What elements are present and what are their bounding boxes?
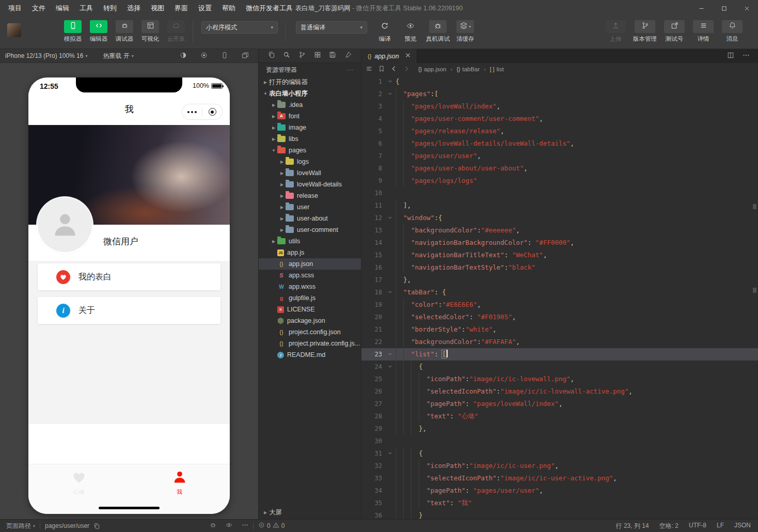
tab-app-json[interactable]: {} app.json <box>361 49 417 63</box>
back-icon[interactable] <box>390 65 398 73</box>
menu-item-0[interactable]: 项目 <box>4 2 26 14</box>
menu-item-9[interactable]: 帮助 <box>218 2 240 14</box>
tree-item-project.private.config.js...[interactable]: {}project.private.config.js... <box>259 338 361 349</box>
tree-item-user-about[interactable]: ▶user-about <box>259 213 361 224</box>
code-line-15[interactable]: 15 "navigationBarTitleText": "WeChat", <box>361 249 758 261</box>
menu-item-4[interactable]: 转到 <box>99 2 121 14</box>
tree-item-LICENSE[interactable]: ≡LICENSE <box>259 304 361 315</box>
code-line-35[interactable]: 35 "text": "我" <box>361 497 758 509</box>
tree-item-project.config.json[interactable]: {}project.config.json <box>259 326 361 338</box>
more-menu-icon[interactable] <box>182 111 202 113</box>
code-line-9[interactable]: 9 "pages/logs/logs" <box>361 175 758 187</box>
upload-button[interactable]: 上传 <box>604 20 627 43</box>
code-line-23[interactable]: 23 "list": [ <box>361 348 758 361</box>
menu-item-7[interactable]: 界面 <box>170 2 192 14</box>
user-avatar-circle[interactable] <box>38 198 92 252</box>
close-tab-icon[interactable] <box>404 52 412 60</box>
save-icon[interactable] <box>329 51 336 60</box>
menu-card-info[interactable]: i 关于 <box>38 297 220 324</box>
git-branch-icon[interactable] <box>298 51 306 60</box>
tree-item-app.js[interactable]: JSapp.js <box>259 247 361 258</box>
tree-item-loveWall-details[interactable]: ▶loveWall-details <box>259 179 361 190</box>
encoding-setting[interactable]: UTF-8 <box>689 522 706 530</box>
refresh-action-button[interactable]: 编译 <box>374 20 395 43</box>
toggle-layout-button[interactable]: 可视化 <box>141 20 160 43</box>
code-line-4[interactable]: 4 "pages/user-comment/user-comment", <box>361 113 758 125</box>
close-minimize-icon[interactable] <box>202 108 222 116</box>
tree-item-app.wxss[interactable]: Wapp.wxss <box>259 281 361 292</box>
bell-button[interactable]: 消息 <box>721 20 744 43</box>
fold-icon[interactable] <box>384 361 396 373</box>
cursor-position[interactable]: 行 23, 列 14 <box>616 522 649 530</box>
code-line-11[interactable]: 11 ], <box>361 199 758 212</box>
forward-icon[interactable] <box>403 65 410 73</box>
code-line-14[interactable]: 14 "navigationBarBackgroundColor": "#FF0… <box>361 237 758 249</box>
compile-mode-select[interactable]: 普通编译▾ <box>296 21 367 34</box>
breadcrumb-item-app.json[interactable]: {} app.json <box>418 66 447 72</box>
code-line-29[interactable]: 29 }, <box>361 423 758 435</box>
code-line-22[interactable]: 22 "backgroundColor":"#FAFAFA", <box>361 336 758 348</box>
tree-item-image[interactable]: ▶image <box>259 122 361 133</box>
extensions-icon[interactable] <box>314 51 321 60</box>
external-button[interactable]: 测试号 <box>663 20 686 43</box>
code-line-27[interactable]: 27 "pagePath": "pages/loveWall/index", <box>361 398 758 410</box>
search-icon[interactable] <box>283 51 290 60</box>
code-line-19[interactable]: 19 "color":"#E6E6E6", <box>361 299 758 311</box>
toggle-code-button[interactable]: 编辑器 <box>89 20 108 43</box>
fold-icon[interactable] <box>384 348 396 361</box>
menu-item-5[interactable]: 选择 <box>123 2 145 14</box>
fold-icon[interactable] <box>384 447 396 460</box>
breadcrumb-item-tabBar[interactable]: {} tabBar <box>456 66 480 72</box>
eol-setting[interactable]: LF <box>717 522 724 530</box>
code-line-5[interactable]: 5 "pages/release/release", <box>361 125 758 137</box>
layers-action-button[interactable]: ▾ 清缓存 <box>455 20 476 43</box>
tree-item-package.json[interactable]: package.json <box>259 315 361 326</box>
rotate-device-icon[interactable] <box>221 52 228 60</box>
network-throttle-icon[interactable] <box>180 52 187 60</box>
tree-item-user-comment[interactable]: ▶user-comment <box>259 224 361 236</box>
tree-item-app.json[interactable]: {}app.json <box>259 258 361 270</box>
list-button[interactable]: 详情 <box>692 20 715 43</box>
fold-icon[interactable] <box>384 88 396 100</box>
code-line-12[interactable]: 12 "window":{ <box>361 212 758 224</box>
tree-item-release[interactable]: ▶release <box>259 190 361 201</box>
code-line-24[interactable]: 24 { <box>361 361 758 373</box>
avatar[interactable] <box>7 23 21 37</box>
branch-button[interactable]: 版本管理 <box>633 20 657 43</box>
code-line-7[interactable]: 7 "pages/user/user", <box>361 150 758 162</box>
maximize-button[interactable] <box>713 0 735 17</box>
bug-action-button[interactable]: 真机调试 <box>426 20 450 43</box>
screen-record-icon[interactable] <box>200 52 208 60</box>
indentation-setting[interactable]: 空格: 2 <box>659 522 678 530</box>
fold-icon[interactable] <box>384 75 396 88</box>
code-line-21[interactable]: 21 "borderStyle":"white", <box>361 323 758 336</box>
tree-item-pages[interactable]: ▼pages <box>259 145 361 156</box>
breadcrumb-item-list[interactable]: [ ] list <box>490 66 504 72</box>
theme-brush-icon[interactable] <box>344 51 352 60</box>
code-line-8[interactable]: 8 "pages/user-about/user-about", <box>361 162 758 175</box>
debug-icon[interactable] <box>210 522 216 530</box>
page-path-selector[interactable]: 页面路径 ▾ <box>6 522 35 530</box>
code-line-34[interactable]: 34 "pagePath": "pages/user/user", <box>361 484 758 497</box>
tree-item-cn-0[interactable]: ▶打开的编辑器 <box>259 76 361 88</box>
eye-action-button[interactable]: 预览 <box>400 20 421 43</box>
mode-select[interactable]: 小程序模式▾ <box>201 21 278 34</box>
tree-item-.idea[interactable]: ▶.idea <box>259 99 361 111</box>
menu-item-2[interactable]: 编辑 <box>52 2 73 14</box>
minimize-button[interactable] <box>690 0 713 17</box>
toggle-bug-button[interactable]: 调试器 <box>115 20 134 43</box>
device-select[interactable]: iPhone 12/13 (Pro) 100% 16▾ <box>5 52 89 59</box>
tree-item-logs[interactable]: ▶logs <box>259 156 361 167</box>
tree-item-loveWall[interactable]: ▶loveWall <box>259 167 361 179</box>
bookmark-icon[interactable] <box>378 65 385 73</box>
toggle-phone-button[interactable]: 模拟器 <box>64 20 82 43</box>
code-line-13[interactable]: 13 "backgroundColor":"#eeeeee", <box>361 224 758 237</box>
multi-window-icon[interactable] <box>242 52 249 60</box>
code-line-20[interactable]: 20 "selectedColor": "#F01905", <box>361 311 758 323</box>
fold-icon[interactable] <box>384 212 396 224</box>
toggle-cloud-button[interactable]: 云开发 <box>167 20 185 43</box>
menu-item-8[interactable]: 设置 <box>194 2 216 14</box>
code-line-25[interactable]: 25 "iconPath":"image/ic/ic-lovewall.png"… <box>361 373 758 385</box>
code-line-32[interactable]: 32 "iconPath":"image/ic/ic-user.png", <box>361 460 758 472</box>
code-line-26[interactable]: 26 "selectedIconPath":"image/ic/ic-lovew… <box>361 385 758 398</box>
